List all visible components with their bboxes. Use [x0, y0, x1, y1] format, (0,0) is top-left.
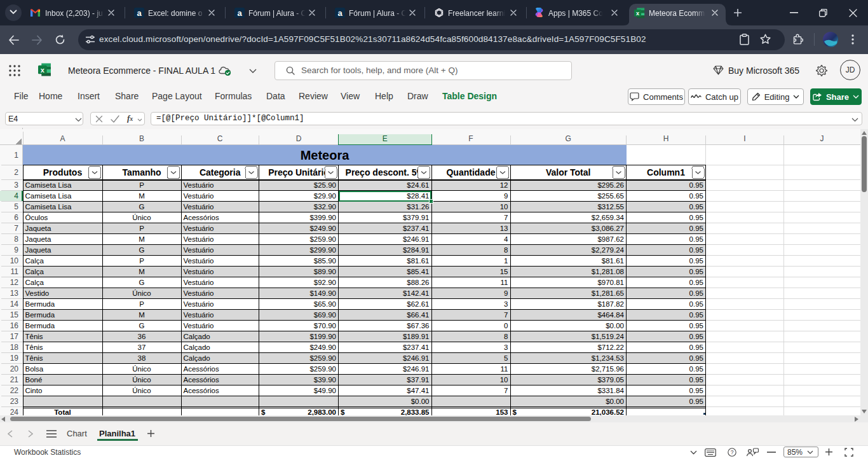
svg-text:0.95: 0.95 — [689, 203, 703, 211]
svg-text:$246.91: $246.91 — [403, 354, 430, 362]
svg-text:17: 17 — [10, 332, 19, 341]
svg-text:Vestuário: Vestuário — [184, 279, 214, 286]
svg-text:Único: Único — [132, 387, 151, 394]
svg-text:$259.90: $259.90 — [309, 354, 336, 362]
svg-text:Único: Único — [132, 376, 151, 384]
svg-text:$237.41: $237.41 — [403, 225, 430, 232]
svg-text:10: 10 — [500, 376, 508, 384]
svg-text:7: 7 — [504, 214, 508, 221]
svg-text:x: x — [636, 10, 639, 17]
svg-text:$237.41: $237.41 — [403, 344, 430, 351]
svg-text:$2,715.96: $2,715.96 — [592, 365, 624, 373]
svg-text:Bermuda: Bermuda — [25, 300, 55, 308]
svg-text:C: C — [217, 134, 223, 143]
svg-text:7: 7 — [504, 387, 508, 394]
svg-text:8: 8 — [504, 246, 508, 254]
svg-text:M: M — [139, 192, 145, 200]
svg-text:$92.90: $92.90 — [314, 279, 336, 286]
svg-text:G: G — [139, 279, 145, 286]
svg-text:Tênis: Tênis — [25, 354, 43, 362]
svg-text:Único: Único — [132, 214, 151, 221]
svg-text:Vestuário: Vestuário — [184, 257, 214, 265]
svg-text:5: 5 — [504, 354, 508, 362]
svg-text:3: 3 — [14, 181, 18, 190]
svg-text:Vestuário: Vestuário — [184, 322, 214, 330]
svg-text:$0.00: $0.00 — [606, 398, 624, 405]
svg-text:0.95: 0.95 — [689, 279, 703, 286]
svg-text:11: 11 — [501, 365, 508, 373]
svg-text:0.95: 0.95 — [689, 398, 703, 405]
svg-text:$149.90: $149.90 — [309, 289, 336, 297]
svg-text:$81.61: $81.61 — [602, 257, 624, 265]
svg-text:$70.90: $70.90 — [314, 322, 336, 330]
svg-text:3: 3 — [504, 300, 508, 308]
svg-text:Vestuário: Vestuário — [184, 311, 214, 319]
svg-text:$1,234.53: $1,234.53 — [592, 354, 624, 362]
svg-text:a: a — [137, 8, 142, 18]
svg-text:0.95: 0.95 — [689, 214, 703, 221]
svg-text:D: D — [296, 134, 302, 143]
svg-text:$66.41: $66.41 — [407, 311, 429, 319]
svg-text:$1,519.24: $1,519.24 — [592, 333, 625, 340]
svg-text:0.95: 0.95 — [689, 376, 703, 384]
svg-text:Boné: Boné — [25, 376, 43, 384]
svg-text:$28.41: $28.41 — [407, 192, 429, 200]
svg-text:10: 10 — [10, 256, 19, 265]
svg-text:$255.65: $255.65 — [597, 192, 624, 200]
svg-text:$249.90: $249.90 — [309, 344, 336, 351]
svg-text:Camiseta Lisa: Camiseta Lisa — [25, 181, 72, 189]
svg-text:Acessórios: Acessórios — [184, 387, 219, 394]
svg-text:$29.90: $29.90 — [314, 192, 336, 200]
svg-text:$399.90: $399.90 — [309, 214, 336, 221]
svg-text:Preço descont. 5%: Preço descont. 5% — [346, 167, 425, 177]
svg-text:I: I — [743, 134, 745, 143]
svg-text:Tênis: Tênis — [25, 344, 43, 351]
svg-text:x: x — [41, 66, 45, 74]
svg-text:M: M — [139, 268, 145, 275]
svg-text:Acessórios: Acessórios — [184, 376, 219, 384]
svg-text:$81.61: $81.61 — [407, 257, 429, 265]
svg-text:$379.91: $379.91 — [403, 214, 430, 221]
svg-text:Jaqueta: Jaqueta — [25, 235, 52, 243]
svg-text:Bermuda: Bermuda — [25, 311, 55, 319]
svg-text:E: E — [383, 134, 388, 143]
svg-text:M: M — [139, 235, 145, 243]
svg-text:$2,659.34: $2,659.34 — [592, 214, 625, 221]
svg-text:11: 11 — [501, 279, 508, 286]
svg-text:0.95: 0.95 — [689, 365, 703, 373]
svg-text:$2,279.24: $2,279.24 — [592, 246, 625, 254]
svg-text:9: 9 — [504, 192, 508, 200]
svg-text:$142.41: $142.41 — [403, 289, 430, 297]
svg-text:P: P — [139, 181, 144, 189]
svg-text:22: 22 — [10, 386, 19, 395]
svg-text:M: M — [139, 311, 145, 319]
svg-text:$47.41: $47.41 — [407, 387, 429, 394]
svg-text:Calça: Calça — [25, 279, 44, 286]
svg-text:Camiseta Lisa: Camiseta Lisa — [25, 203, 72, 211]
svg-text:Bolsa: Bolsa — [25, 365, 44, 373]
svg-text:0.95: 0.95 — [689, 354, 703, 362]
svg-text:20: 20 — [10, 364, 19, 373]
svg-text:$1,281.08: $1,281.08 — [592, 268, 624, 275]
svg-text:Vestuário: Vestuário — [184, 181, 214, 189]
svg-text:5: 5 — [14, 202, 18, 211]
svg-text:$85.90: $85.90 — [314, 257, 336, 265]
svg-text:7: 7 — [14, 224, 18, 233]
svg-text:$187.82: $187.82 — [597, 300, 624, 308]
svg-text:$284.91: $284.91 — [403, 246, 430, 254]
svg-text:$88.26: $88.26 — [407, 279, 429, 286]
svg-text:$0.00: $0.00 — [606, 322, 624, 330]
svg-text:H: H — [663, 134, 669, 143]
svg-text:0.95: 0.95 — [689, 225, 703, 232]
svg-text:Cinto: Cinto — [25, 387, 43, 394]
svg-text:Óculos: Óculos — [25, 214, 48, 221]
svg-text:$39.90: $39.90 — [314, 376, 336, 384]
svg-text:9: 9 — [14, 246, 18, 254]
svg-text:$67.36: $67.36 — [407, 322, 429, 330]
svg-text:$464.84: $464.84 — [597, 311, 624, 319]
svg-text:G: G — [139, 203, 145, 211]
svg-text:Valor Total: Valor Total — [546, 167, 591, 177]
svg-text:0.95: 0.95 — [689, 289, 703, 297]
svg-text:23: 23 — [10, 397, 19, 406]
svg-text:Calça: Calça — [25, 268, 44, 275]
